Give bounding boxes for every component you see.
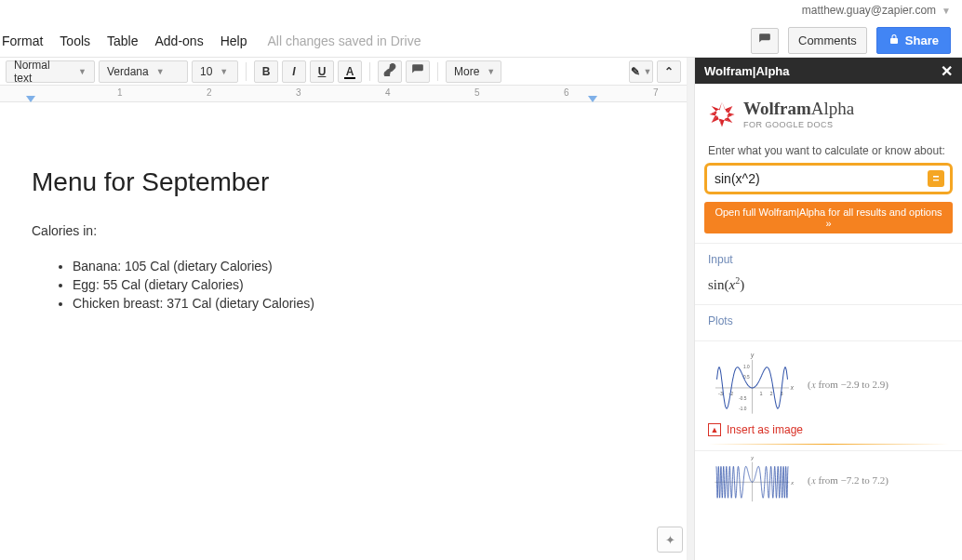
insert-plot-1-button[interactable]: ▲ Insert as image bbox=[708, 423, 803, 436]
image-icon: ▲ bbox=[708, 423, 721, 436]
wolfram-sidebar: Wolfram|Alpha ✕ WolframAlpha FOR GOOGLE … bbox=[694, 58, 962, 560]
separator bbox=[437, 62, 438, 81]
header-buttons: Comments Share bbox=[751, 27, 962, 54]
font-family-select[interactable]: Verdana ▼ bbox=[99, 60, 188, 83]
sidebar-body: WolframAlpha FOR GOOGLE DOCS Enter what … bbox=[695, 84, 962, 560]
wolfram-search-wrap: = bbox=[695, 161, 962, 202]
explore-icon: ✦ bbox=[665, 533, 675, 547]
wolfram-search-input[interactable] bbox=[715, 171, 928, 186]
menu-help[interactable]: Help bbox=[220, 33, 247, 48]
svg-text:y: y bbox=[750, 455, 754, 460]
speech-bubble-icon bbox=[758, 33, 771, 48]
doc-intro[interactable]: Calories in: bbox=[32, 223, 655, 238]
list-item[interactable]: Chicken breast: 371 Cal (dietary Calorie… bbox=[73, 296, 655, 311]
font-size-select[interactable]: 10 ▼ bbox=[192, 60, 238, 83]
separator bbox=[369, 62, 370, 81]
svg-marker-4 bbox=[720, 118, 733, 127]
doc-title[interactable]: Menu for September bbox=[32, 167, 655, 197]
ruler-tick: 6 bbox=[564, 87, 569, 98]
comments-button[interactable]: Comments bbox=[788, 27, 867, 54]
explore-button[interactable]: ✦ bbox=[657, 527, 683, 553]
collapse-toolbar-button[interactable]: ⌃ bbox=[657, 60, 681, 83]
svg-text:1: 1 bbox=[759, 391, 762, 396]
link-icon bbox=[383, 63, 396, 79]
wolfram-logo: WolframAlpha FOR GOOGLE DOCS bbox=[695, 84, 962, 135]
wolfram-logo-text: WolframAlpha FOR GOOGLE DOCS bbox=[743, 99, 854, 129]
svg-text:x: x bbox=[790, 384, 795, 391]
ruler-tick: 2 bbox=[207, 87, 212, 98]
wolfram-spikey-icon bbox=[708, 100, 736, 128]
vertical-scrollbar[interactable] bbox=[687, 58, 694, 560]
menu-bar: Format Tools Table Add-ons Help All chan… bbox=[0, 24, 962, 58]
ruler-tick: 3 bbox=[296, 87, 301, 98]
plot-2-svg: y x bbox=[708, 455, 796, 505]
compute-button[interactable]: = bbox=[928, 170, 944, 187]
lock-icon bbox=[889, 33, 900, 47]
paragraph-style-label: Normal text bbox=[14, 59, 71, 85]
sidebar-title: Wolfram|Alpha bbox=[704, 64, 790, 78]
svg-text:y: y bbox=[750, 352, 755, 359]
account-email[interactable]: matthew.guay@zapier.com bbox=[802, 4, 936, 17]
plot-2-domain: (𝑥 from −7.2 to 7.2) bbox=[808, 474, 889, 487]
svg-marker-0 bbox=[722, 101, 724, 110]
menu-addons[interactable]: Add-ons bbox=[155, 33, 204, 48]
share-button[interactable]: Share bbox=[876, 27, 951, 54]
ruler-tick: 1 bbox=[117, 87, 123, 98]
insert-link-button[interactable] bbox=[378, 60, 402, 83]
insert-label: Insert as image bbox=[727, 423, 803, 436]
plot-1-domain: (𝑥 from −2.9 to 2.9) bbox=[808, 379, 889, 391]
separator bbox=[246, 62, 247, 81]
ruler-tick: 7 bbox=[653, 87, 659, 98]
horizontal-ruler[interactable]: 1 2 3 4 5 6 7 bbox=[0, 86, 687, 102]
svg-marker-1 bbox=[722, 101, 732, 112]
italic-button[interactable]: I bbox=[282, 60, 306, 83]
open-full-wolfram-button[interactable]: Open full Wolfram|Alpha for all results … bbox=[704, 202, 953, 233]
document-page[interactable]: Menu for September Calories in: Banana: … bbox=[0, 102, 687, 333]
menu-tools[interactable]: Tools bbox=[60, 33, 90, 48]
ruler-tick: 5 bbox=[474, 87, 480, 98]
chevron-down-icon: ▼ bbox=[487, 67, 495, 76]
font-size-label: 10 bbox=[200, 65, 212, 78]
menu-table[interactable]: Table bbox=[107, 33, 138, 48]
wolfram-plots-section: Plots bbox=[695, 304, 962, 340]
chevron-down-icon: ▼ bbox=[644, 67, 652, 76]
bold-button[interactable]: B bbox=[254, 60, 278, 83]
save-status: All changes saved in Drive bbox=[267, 33, 421, 48]
text-color-button[interactable]: A bbox=[338, 60, 362, 83]
open-comments-icon-button[interactable] bbox=[751, 28, 779, 54]
svg-text:-0.5: -0.5 bbox=[739, 396, 747, 401]
indent-marker-left[interactable] bbox=[26, 96, 35, 102]
svg-marker-5 bbox=[712, 115, 722, 127]
wolfram-brand: WolframAlpha bbox=[743, 99, 854, 119]
list-item[interactable]: Egg: 55 Cal (dietary Calories) bbox=[73, 277, 655, 292]
more-label: More bbox=[454, 65, 479, 78]
underline-button[interactable]: U bbox=[310, 60, 334, 83]
doc-list[interactable]: Banana: 105 Cal (dietary Calories) Egg: … bbox=[32, 259, 655, 311]
account-menu-caret[interactable]: ▼ bbox=[942, 6, 951, 16]
list-item[interactable]: Banana: 105 Cal (dietary Calories) bbox=[73, 259, 655, 273]
wolfram-search[interactable]: = bbox=[704, 163, 953, 194]
wolfram-plot-1: y -3 -2 1 2 3 1.0 0.5 -0.5 -1.0 x bbox=[695, 340, 962, 450]
wolfram-plot-2: y x (𝑥 from −7.2 to 7.2) bbox=[695, 450, 962, 511]
doc-body[interactable]: Calories in: Banana: 105 Cal (dietary Ca… bbox=[32, 223, 655, 311]
chevron-down-icon: ▼ bbox=[78, 67, 87, 76]
plot-1-svg: y -3 -2 1 2 3 1.0 0.5 -0.5 -1.0 x bbox=[708, 351, 796, 418]
chevron-down-icon: ▼ bbox=[156, 67, 165, 76]
input-section-title: Input bbox=[708, 253, 949, 266]
paragraph-style-select[interactable]: Normal text ▼ bbox=[6, 60, 95, 83]
underline-label: U bbox=[318, 65, 327, 78]
indent-marker-right[interactable] bbox=[588, 96, 597, 102]
svg-text:1.0: 1.0 bbox=[743, 365, 750, 369]
menu-format[interactable]: Format bbox=[2, 33, 43, 48]
wolfram-prompt: Enter what you want to calculate or know… bbox=[695, 135, 962, 161]
more-button[interactable]: More ▼ bbox=[446, 60, 501, 83]
svg-text:-1.0: -1.0 bbox=[739, 407, 747, 411]
pencil-icon: ✎ bbox=[631, 65, 640, 78]
document-canvas[interactable]: Menu for September Calories in: Banana: … bbox=[0, 102, 687, 560]
editing-mode-button[interactable]: ✎ ▼ bbox=[629, 60, 653, 83]
close-icon[interactable]: ✕ bbox=[941, 62, 953, 80]
insert-comment-button[interactable] bbox=[406, 60, 430, 83]
wolfram-sub: FOR GOOGLE DOCS bbox=[743, 120, 854, 129]
plots-section-title: Plots bbox=[708, 314, 949, 327]
svg-text:x: x bbox=[790, 480, 794, 486]
